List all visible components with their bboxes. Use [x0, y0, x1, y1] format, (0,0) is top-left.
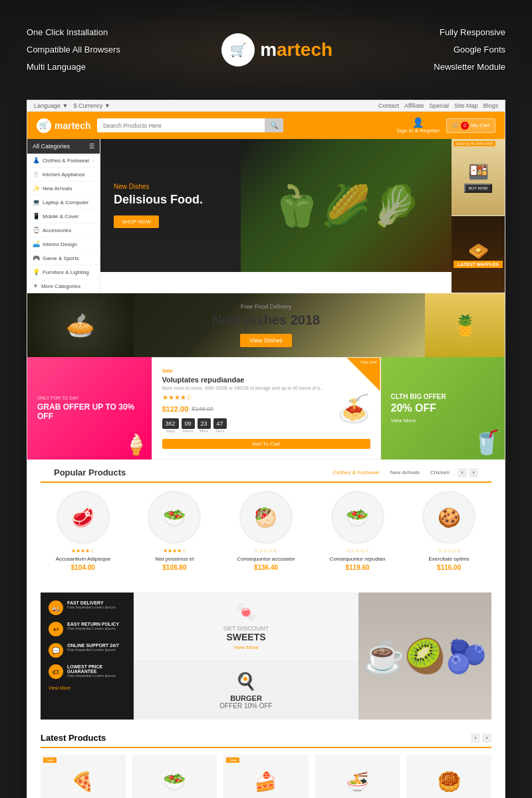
latest-header: Latest Products ‹ › [41, 733, 491, 748]
return-icon: ↩ [49, 622, 63, 636]
popular-title: Popular Products [54, 467, 126, 477]
latest-grid: Sale 🍕 Product Name $99.00 🥗 Product Nam… [41, 755, 491, 798]
sidebar-item-more[interactable]: ▼ More Categories [27, 279, 100, 293]
features-box: 🚚 FAST DELIVERY Oas Imperdat Lorem ipsum… [41, 593, 134, 720]
hero-background: One Click Installation Compatible All Br… [0, 0, 532, 100]
add-to-cart-button[interactable]: Add To Cart [162, 439, 370, 449]
latest-image-4: 🍜 [315, 755, 400, 798]
sidebar-item-label: Game & Sports [43, 255, 79, 261]
pie-icon: 🥧 [66, 312, 95, 339]
topbar-right: Contact Affiliate Special Site Map Blogs [378, 102, 498, 109]
cart-button[interactable]: 🛒 0 My Cart [446, 118, 495, 133]
feature-support-text: ONLINE SUPPORT 24/7 Oas Imperdat Lorem i… [67, 643, 119, 652]
banner-food-left: 🥧 [27, 293, 134, 357]
feature-title: ONLINE SUPPORT 24/7 [67, 643, 119, 648]
view-dishes-button[interactable]: View Dishes [240, 334, 291, 347]
sale-tag-1: Sale [43, 757, 57, 763]
promo-green-title: CLTH BIG OFFER [391, 393, 495, 400]
sidebar-menu-icon: ☰ [89, 143, 94, 150]
hero-area: 🫑🌽🥬 New Dishes Delisious Food. SHOP NOW [100, 139, 452, 293]
store-main: All Categories ☰ 👗 Clothes & Footwear › … [27, 139, 505, 293]
latest-section: Latest Products ‹ › Sale 🍕 Product Name … [27, 726, 505, 798]
shop-now-button[interactable]: SHOP NOW [114, 215, 159, 228]
affiliate-link[interactable]: Affiliate [404, 102, 424, 109]
contact-link[interactable]: Contact [378, 102, 399, 109]
feature-title: FAST DELIVERY [67, 600, 116, 605]
promo-row: ONLY FOR TO DAY GRAB OFFER UP TO 30% OFF… [27, 357, 505, 460]
popular-tabs: Clothes & Footwear New Arrivals Chicken … [330, 468, 478, 477]
tab-chicken[interactable]: Chicken [428, 468, 452, 477]
sale-tag-3: Sale [226, 757, 239, 763]
cart-icon: 🛒 [452, 122, 459, 128]
buy-now-button[interactable]: BUY NOW [464, 184, 493, 193]
sweets-view-more[interactable]: View More [223, 644, 269, 650]
sale-badge: Sale Up To 30% OFF [454, 141, 495, 146]
next-arrow[interactable]: › [469, 468, 478, 477]
arrivals-icon: ✨ [33, 185, 40, 192]
laptop-icon: 💻 [33, 199, 40, 205]
sidebar-title: All Categories [33, 143, 70, 150]
price-current: $122.00 [162, 405, 189, 413]
product-card-4: 🥗 ☆☆☆☆☆ Consequuntur repudian $119.60 [315, 491, 400, 571]
sidebar-item-label: Clothes & Footwear [43, 158, 89, 164]
sweets-title: SWEETS [223, 632, 269, 642]
brand-cart-icon: 🛒 [221, 33, 255, 66]
blogs-link[interactable]: Blogs [483, 102, 498, 109]
sidebar-item-interior[interactable]: 🛋️ Interior Design [27, 237, 100, 251]
latest-next-arrow[interactable]: › [482, 733, 491, 743]
search-input[interactable] [97, 118, 265, 132]
sidebar-item-mobile[interactable]: 📱 Mobile & Cover [27, 209, 100, 223]
sale-label: Sale [162, 368, 370, 374]
coffee-icon: ☕🥝🫐 [363, 637, 487, 676]
view-more-green[interactable]: View More [391, 418, 495, 424]
promo-white: 70% OFF Sale Voluptates repudiandae More… [152, 357, 381, 460]
features-view-more[interactable]: View More [49, 686, 126, 690]
sidebar-item-furniture[interactable]: 💡 Furniture & Lighting [27, 265, 100, 279]
sidebar-item-accessories[interactable]: ⌚ Accessories [27, 223, 100, 237]
sidebar-item-label: Interior Design [43, 241, 77, 247]
feature-title: LOWEST PRICE GUARANTEE [67, 664, 126, 674]
signin-button[interactable]: 👤 Sign In & Register [397, 117, 440, 134]
product-image-1: 🥩 [57, 491, 110, 544]
product-price-5: $116.00 [406, 564, 491, 571]
feature-responsive: Fully Responsive [434, 24, 505, 41]
can-icon: 🥤 [472, 429, 501, 456]
sweets-icon: 🍬 [223, 602, 269, 622]
sidebar-item-laptop[interactable]: 💻 Laptop & Computer [27, 196, 100, 209]
ribbon-text: 70% OFF [360, 360, 378, 364]
currency-selector[interactable]: $ Currency ▼ [73, 102, 110, 109]
hero-food-image: 🫑🌽🥬 [241, 139, 452, 272]
slider-content: New Dishes Delisious Food. SHOP NOW [114, 183, 203, 228]
special-link[interactable]: Special [429, 102, 449, 109]
product-price-4: $119.60 [315, 564, 400, 571]
product-stars-1: ★★★★☆ [41, 548, 126, 554]
latest-prev-arrow[interactable]: ‹ [471, 733, 480, 743]
brand-name: martech [260, 39, 332, 61]
feature-price-text: LOWEST PRICE GUARANTEE Oas Imperdat Lore… [67, 664, 126, 678]
prev-arrow[interactable]: ‹ [458, 468, 467, 477]
product-card-5: 🍪 ☆☆☆☆☆ Exercitato optims $116.00 [406, 491, 491, 571]
feature-title: EASY RETURN POLICY [67, 622, 119, 626]
sidebar-item-games[interactable]: 🎮 Game & Sports [27, 251, 100, 265]
promo-pink-tag: ONLY FOR TO DAY [37, 396, 142, 400]
brand-artech: artech [277, 39, 332, 60]
sidebar-item-clothes[interactable]: 👗 Clothes & Footwear › [27, 154, 100, 168]
product-name-3: Consequuntur accusator [223, 556, 309, 562]
nav-arrows: ‹ › [458, 468, 478, 477]
clothes-icon: 👗 [33, 157, 40, 164]
tab-arrivals[interactable]: New Arrivals [388, 468, 422, 477]
language-selector[interactable]: Language ▼ [34, 102, 68, 109]
burger-icon: 🍳 [219, 672, 272, 691]
page-wrapper: One Click Installation Compatible All Br… [0, 0, 532, 798]
sidebar: All Categories ☰ 👗 Clothes & Footwear › … [27, 139, 100, 293]
search-button[interactable]: 🔍 [265, 118, 283, 132]
store-logo-icon: 🛒 [37, 118, 51, 133]
sidebar-item-kitchen[interactable]: 🍴 Kitchen Appliance [27, 168, 100, 182]
product-name: Voluptates repudiandae [162, 376, 370, 384]
sitemap-link[interactable]: Site Map [454, 102, 478, 109]
sidebar-item-label: Kitchen Appliance [43, 172, 85, 178]
tab-clothes[interactable]: Clothes & Footwear [330, 468, 382, 477]
popular-section: Popular Products Clothes & Footwear New … [27, 460, 505, 586]
sidebar-item-arrivals[interactable]: ✨ New Arrivals [27, 182, 100, 196]
slider-tag: New Dishes [114, 183, 203, 190]
